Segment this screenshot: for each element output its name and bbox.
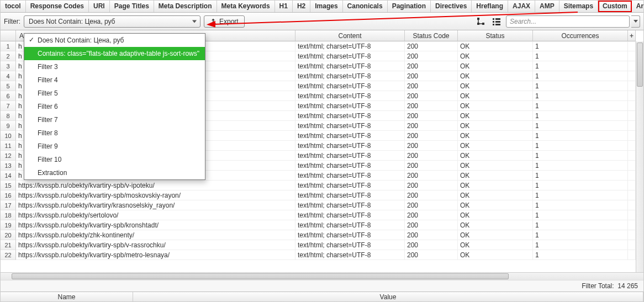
cell-occ[interactable]: 1 bbox=[533, 41, 628, 51]
row-number[interactable]: 9 bbox=[1, 121, 16, 131]
tab-meta-keywords[interactable]: Meta Keywords bbox=[217, 1, 275, 12]
tab-meta-description[interactable]: Meta Description bbox=[154, 1, 217, 12]
row-header-corner[interactable] bbox=[1, 30, 16, 41]
row-number[interactable]: 4 bbox=[1, 71, 16, 81]
search-input[interactable]: Search... bbox=[506, 15, 630, 28]
cell-occ[interactable]: 1 bbox=[533, 121, 628, 131]
filter-option[interactable]: Filter 9 bbox=[24, 140, 205, 153]
cell-status[interactable]: OK bbox=[458, 200, 533, 210]
row-number[interactable]: 1 bbox=[1, 41, 16, 51]
cell-content[interactable]: text/html; charset=UTF-8 bbox=[295, 171, 405, 181]
row-number[interactable]: 6 bbox=[1, 91, 16, 101]
cell-occ[interactable]: 1 bbox=[533, 200, 628, 210]
horizontal-scrollbar[interactable] bbox=[1, 272, 643, 280]
row-number[interactable]: 11 bbox=[1, 141, 16, 151]
cell-addr[interactable]: https://kvsspb.ru/obekty/sertolovo/ bbox=[16, 210, 295, 220]
cell-occ[interactable]: 1 bbox=[533, 91, 628, 101]
col-status-code[interactable]: Status Code bbox=[405, 30, 458, 41]
col-content[interactable]: Content bbox=[295, 30, 405, 41]
cell-status[interactable]: OK bbox=[458, 240, 533, 250]
row-number[interactable]: 8 bbox=[1, 111, 16, 121]
cell-content[interactable]: text/html; charset=UTF-8 bbox=[295, 61, 405, 71]
scrollbar-thumb[interactable] bbox=[12, 273, 509, 279]
cell-occ[interactable]: 1 bbox=[533, 81, 628, 91]
col-occurrences[interactable]: Occurrences bbox=[533, 30, 628, 41]
tab-uri[interactable]: URI bbox=[89, 1, 110, 12]
tab-custom[interactable]: Custom bbox=[598, 1, 632, 12]
cell-status[interactable]: OK bbox=[458, 121, 533, 131]
cell-addr[interactable]: https://kvsspb.ru/obekty/kvartiry-spb/kr… bbox=[16, 220, 295, 230]
cell-code[interactable]: 200 bbox=[405, 210, 458, 220]
cell-content[interactable]: text/html; charset=UTF-8 bbox=[295, 210, 405, 220]
cell-occ[interactable]: 1 bbox=[533, 71, 628, 81]
row-number[interactable]: 18 bbox=[1, 210, 16, 220]
cell-content[interactable]: text/html; charset=UTF-8 bbox=[295, 151, 405, 161]
tab-sitemaps[interactable]: Sitemaps bbox=[559, 1, 598, 12]
cell-status[interactable]: OK bbox=[458, 71, 533, 81]
cell-status[interactable]: OK bbox=[458, 61, 533, 71]
tab-ajax[interactable]: AJAX bbox=[508, 1, 535, 12]
cell-status[interactable]: OK bbox=[458, 41, 533, 51]
cell-addr[interactable]: https://kvsspb.ru/obekty/kvartiry-spb/me… bbox=[16, 250, 295, 260]
cell-content[interactable]: text/html; charset=UTF-8 bbox=[295, 240, 405, 250]
cell-content[interactable]: text/html; charset=UTF-8 bbox=[295, 131, 405, 141]
cell-content[interactable]: text/html; charset=UTF-8 bbox=[295, 250, 405, 260]
filter-option[interactable]: Filter 5 bbox=[24, 87, 205, 100]
row-number[interactable]: 7 bbox=[1, 101, 16, 111]
filter-option[interactable]: Filter 6 bbox=[24, 100, 205, 113]
cell-occ[interactable]: 1 bbox=[533, 220, 628, 230]
tab-canonicals[interactable]: Canonicals bbox=[343, 1, 388, 12]
row-number[interactable]: 10 bbox=[1, 131, 16, 141]
cell-occ[interactable]: 1 bbox=[533, 51, 628, 61]
row-number[interactable]: 3 bbox=[1, 61, 16, 71]
filter-option[interactable]: Filter 3 bbox=[24, 60, 205, 73]
cell-content[interactable]: text/html; charset=UTF-8 bbox=[295, 230, 405, 240]
cell-content[interactable]: text/html; charset=UTF-8 bbox=[295, 141, 405, 151]
cell-status[interactable]: OK bbox=[458, 91, 533, 101]
row-number[interactable]: 14 bbox=[1, 171, 16, 181]
row-number[interactable]: 21 bbox=[1, 240, 16, 250]
cell-occ[interactable]: 1 bbox=[533, 151, 628, 161]
row-number[interactable]: 12 bbox=[1, 151, 16, 161]
cell-content[interactable]: text/html; charset=UTF-8 bbox=[295, 190, 405, 200]
cell-addr[interactable]: https://kvsspb.ru/obekty/kvartiry-spb/mo… bbox=[16, 190, 295, 200]
export-button[interactable]: Export bbox=[204, 15, 245, 28]
cell-status[interactable]: OK bbox=[458, 131, 533, 141]
row-number[interactable]: 22 bbox=[1, 250, 16, 260]
tab-tocol[interactable]: tocol bbox=[1, 1, 26, 12]
cell-code[interactable]: 200 bbox=[405, 220, 458, 230]
row-number[interactable]: 5 bbox=[1, 81, 16, 91]
cell-code[interactable]: 200 bbox=[405, 200, 458, 210]
cell-content[interactable]: text/html; charset=UTF-8 bbox=[295, 161, 405, 171]
cell-code[interactable]: 200 bbox=[405, 61, 458, 71]
cell-status[interactable]: OK bbox=[458, 81, 533, 91]
row-number[interactable]: 20 bbox=[1, 230, 16, 240]
tab-pagination[interactable]: Pagination bbox=[388, 1, 431, 12]
search-options-button[interactable] bbox=[631, 15, 640, 28]
detail-name-column[interactable]: Name bbox=[1, 292, 133, 302]
filter-option[interactable]: Filter 4 bbox=[24, 73, 205, 87]
tab-images[interactable]: Images bbox=[310, 1, 342, 12]
cell-content[interactable]: text/html; charset=UTF-8 bbox=[295, 220, 405, 230]
cell-code[interactable]: 200 bbox=[405, 240, 458, 250]
cell-content[interactable]: text/html; charset=UTF-8 bbox=[295, 200, 405, 210]
tab-page-titles[interactable]: Page Titles bbox=[110, 1, 154, 12]
filter-option[interactable]: Filter 8 bbox=[24, 126, 205, 140]
cell-status[interactable]: OK bbox=[458, 51, 533, 61]
cell-code[interactable]: 200 bbox=[405, 141, 458, 151]
cell-content[interactable]: text/html; charset=UTF-8 bbox=[295, 51, 405, 61]
cell-occ[interactable]: 1 bbox=[533, 141, 628, 151]
row-number[interactable]: 19 bbox=[1, 220, 16, 230]
cell-occ[interactable]: 1 bbox=[533, 171, 628, 181]
cell-code[interactable]: 200 bbox=[405, 101, 458, 111]
cell-occ[interactable]: 1 bbox=[533, 250, 628, 260]
detail-value-column[interactable]: Value bbox=[133, 292, 643, 302]
row-number[interactable]: 15 bbox=[1, 181, 16, 190]
row-number[interactable]: 13 bbox=[1, 161, 16, 171]
cell-code[interactable]: 200 bbox=[405, 131, 458, 141]
cell-occ[interactable]: 1 bbox=[533, 240, 628, 250]
vertical-scrollbar[interactable] bbox=[636, 41, 643, 272]
cell-code[interactable]: 200 bbox=[405, 181, 458, 190]
tab-h1[interactable]: H1 bbox=[275, 1, 293, 12]
cell-status[interactable]: OK bbox=[458, 141, 533, 151]
